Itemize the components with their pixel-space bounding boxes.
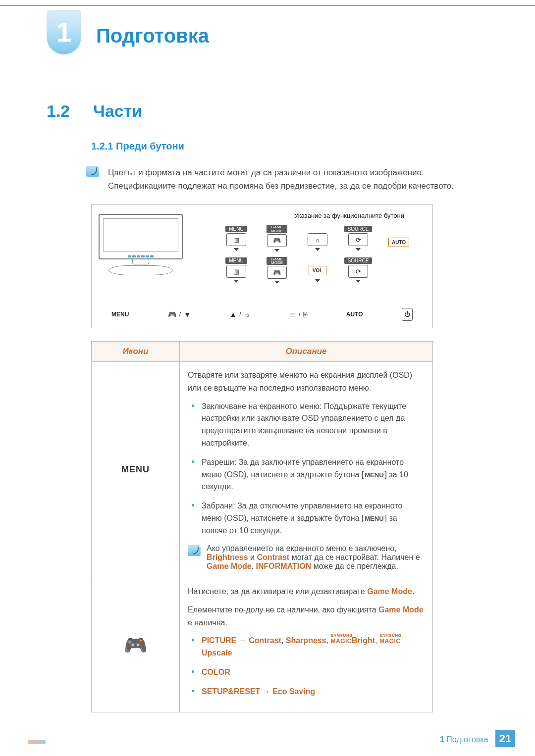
list-item: Разреши: За да заключите управлението на… (188, 456, 425, 493)
page-number: 21 (495, 730, 515, 747)
menu-button-icon: ▥ (226, 265, 246, 278)
chapter-title: Подготовка (96, 10, 209, 47)
gamepad-icon: 🎮 (168, 310, 176, 318)
note-icon (86, 166, 99, 177)
source-icon: ⟳ (348, 233, 368, 246)
desc-text: Отваряте или затваряте менюто на екранни… (188, 369, 425, 394)
label-source: SOURCE (344, 257, 373, 264)
label-game-mode: GAMEMODE (267, 257, 287, 265)
monitor-illustration (99, 214, 183, 275)
page-footer: 1 Подготовка 21 (20, 730, 515, 747)
list-item: PICTURE → Contrast, Sharpness, SAMSUNGMA… (188, 635, 425, 659)
list-item: SETUP&RESET → Eco Saving (188, 686, 425, 698)
section-title: Части (93, 101, 142, 121)
th-icons: Икони (92, 342, 180, 362)
label-menu: MENU (225, 257, 247, 264)
subsection-title: 1.2.1 Преди бутони (91, 141, 184, 151)
note-icon (188, 545, 201, 556)
legend-auto: AUTO (346, 311, 363, 318)
label-menu: MENU (225, 226, 247, 232)
auto-badge: AUTO (388, 238, 409, 247)
power-icon: ⏻ (402, 308, 413, 321)
brightness-icon: ☼ (308, 233, 327, 246)
list-item: Заключване на екранното меню: Поддържате… (188, 401, 425, 450)
label-game-mode: GAMEMODE (267, 225, 287, 233)
brightness-icon: ☼ (244, 310, 251, 318)
note-line: Спецификациите подлежат на промяна без п… (108, 179, 454, 193)
chapter-tab: 1 (47, 10, 81, 54)
list-item: Забрани: За да отключите управлението на… (188, 500, 425, 537)
table-row: MENU Отваряте или затваряте менюто на ек… (92, 362, 433, 578)
legend-menu: MENU (111, 311, 129, 318)
gamepad-icon: 🎮 (267, 266, 287, 279)
source-icon: ▭ (289, 310, 296, 318)
section-number: 1.2 (47, 101, 81, 121)
source-icon: ⟳ (348, 265, 368, 278)
gamepad-icon: 🎮 (124, 635, 147, 655)
menu-label: MENU (121, 464, 150, 474)
note-line: Цветът и формата на частите могат да са … (108, 166, 454, 179)
note-block: Цветът и формата на частите могат да са … (86, 166, 488, 193)
vol-badge: VOL (309, 266, 327, 275)
label-source: SOURCE (344, 226, 373, 232)
th-desc: Описание (180, 342, 433, 362)
gamepad-icon: 🎮 (267, 234, 287, 247)
table-row: 🎮 Натиснете, за да активирате или дезакт… (92, 578, 433, 712)
front-buttons-diagram: Указание за функционалните бутони MENU ▥… (91, 204, 433, 328)
menu-button-icon: ▥ (226, 233, 246, 246)
inline-note: Ако управлението на екранното меню е зак… (188, 544, 425, 571)
footer-breadcrumb: 1 Подготовка (440, 735, 490, 744)
desc-text: Елементите по-долу не са налични, ако фу… (188, 604, 425, 629)
icons-table: Икони Описание MENU Отваряте или затваря… (91, 341, 433, 712)
list-item: COLOR (188, 666, 425, 679)
desc-text: Натиснете, за да активирате или дезактив… (188, 585, 425, 598)
diagram-caption: Указание за функционалните бутони (275, 212, 424, 219)
chapter-number: 1 (56, 18, 71, 46)
